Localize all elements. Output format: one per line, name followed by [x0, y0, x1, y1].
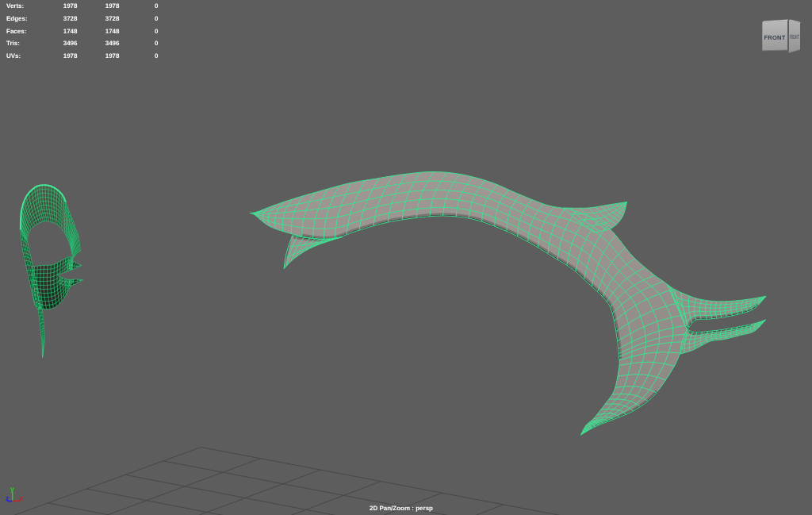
viewport-3d[interactable]: FRONTRIGHTyxz Verts:197819780Edges:37283… — [0, 0, 812, 515]
scene-canvas: FRONTRIGHTyxz — [0, 0, 812, 515]
ground-grid — [0, 448, 812, 515]
axis-y-label: y — [10, 485, 14, 493]
view-cube-front-label: FRONT — [764, 34, 786, 41]
mesh-fill-prong-lower — [680, 320, 765, 354]
view-cube[interactable]: FRONTRIGHT — [762, 19, 801, 52]
antler-small[interactable] — [21, 185, 82, 358]
axis-gizmo: yxz — [6, 485, 23, 503]
view-cube-right-label: RIGHT — [790, 33, 799, 40]
axis-x-label: x — [19, 494, 23, 502]
axis-z-label: z — [6, 494, 10, 502]
antler-large[interactable] — [250, 172, 766, 435]
